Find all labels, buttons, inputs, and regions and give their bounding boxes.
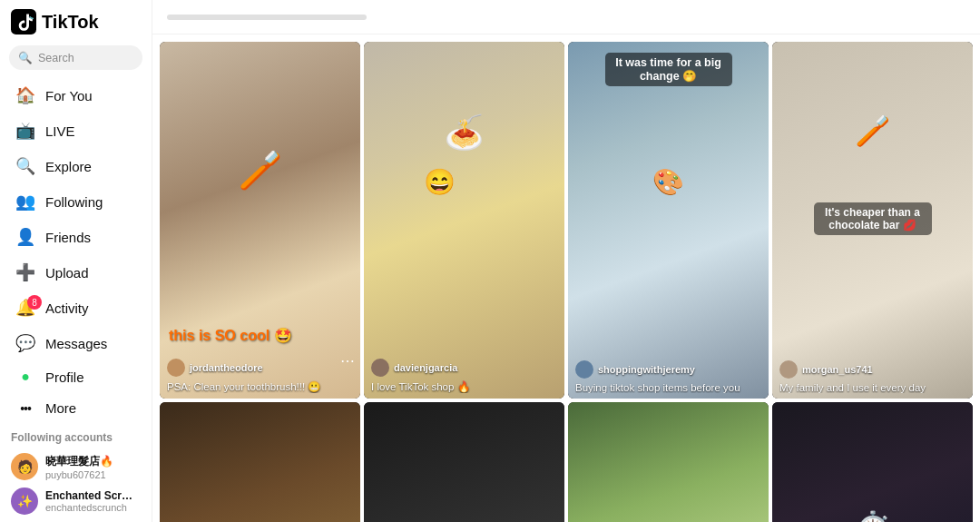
account-handle: enchantedscrunch (45, 502, 136, 513)
video-card[interactable]: 🍝 😄 davienjgarcia I love TikTok shop 🔥 (364, 42, 564, 399)
nav-item-profile[interactable]: ● Profile (4, 361, 148, 392)
nav-label-messages: Messages (45, 336, 107, 351)
following-icon: 👥 (15, 192, 36, 212)
video-caption: PSA: Clean your toothbrush!!! 😬 (167, 380, 353, 393)
video-overlay: davienjgarcia I love TikTok shop 🔥 (364, 42, 564, 399)
feed-header (152, 0, 980, 34)
author-name: jordantheodore (190, 362, 263, 373)
video-thumbnail: 🍳 (160, 402, 360, 522)
video-card[interactable]: 🪥 this is SO cool 🤩 jordantheodore PSA: … (160, 42, 360, 399)
nav-label-for-you: For You (45, 88, 93, 103)
nav-label-live: LIVE (45, 123, 75, 139)
upload-icon: ➕ (15, 262, 36, 282)
search-placeholder: Search (38, 52, 74, 64)
list-item[interactable]: ⭐ 范冰冰 Fan Bingb... fanbingbing916 (11, 518, 141, 522)
author-row: morgan_us741 (779, 360, 965, 379)
feed-header-bar (167, 15, 367, 20)
explore-icon: 🔍 (15, 156, 36, 176)
video-bottom: davienjgarcia I love TikTok shop 🔥 (371, 359, 557, 393)
account-name: Enchanted Scrun... (45, 489, 136, 502)
list-item[interactable]: 🧑 晓華理髮店🔥 puybu607621 (11, 449, 141, 484)
video-overlay: shoppingwithjeremy Buying tiktok shop it… (568, 42, 769, 399)
search-icon: 🔍 (18, 51, 33, 64)
sidebar: TikTok 🔍 Search 🏠 For You 📺 LIVE 🔍 Explo… (0, 0, 152, 522)
more-icon: ••• (15, 401, 36, 416)
search-bar[interactable]: 🔍 Search (9, 45, 142, 70)
author-row: davienjgarcia (371, 359, 557, 377)
tiktok-logo-icon (11, 9, 36, 34)
video-caption: Buying tiktok shop items before you (575, 382, 761, 393)
home-icon: 🏠 (15, 85, 36, 105)
nav-item-explore[interactable]: 🔍 Explore (4, 149, 148, 183)
friends-icon: 👤 (15, 227, 36, 247)
nav-label-more: More (45, 400, 76, 416)
logo-area[interactable]: TikTok (0, 0, 152, 42)
nav-list: 🏠 For You 📺 LIVE 🔍 Explore 👥 Following 👤… (0, 77, 152, 424)
video-thumbnail: ⏱️ Get app (772, 402, 973, 522)
video-overlay: jordantheodore PSA: Clean your toothbrus… (160, 42, 360, 399)
author-name: shoppingwithjeremy (598, 364, 695, 375)
avatar (167, 359, 185, 377)
video-grid: 🪥 this is SO cool 🤩 jordantheodore PSA: … (152, 34, 980, 522)
nav-item-activity[interactable]: 🔔 8 Activity (4, 291, 148, 325)
account-handle: puybu607621 (45, 469, 113, 480)
main-feed: 🪥 this is SO cool 🤩 jordantheodore PSA: … (152, 0, 980, 522)
video-thumbnail: 📱 CHEAP apple carplay!? (364, 402, 564, 522)
activity-badge: 8 (27, 295, 42, 310)
video-bottom: morgan_us741 My family and I use it ever… (779, 360, 965, 393)
video-bottom: jordantheodore PSA: Clean your toothbrus… (167, 359, 353, 393)
nav-item-live[interactable]: 📺 LIVE (4, 113, 148, 148)
following-accounts-title: Following accounts (11, 431, 141, 444)
avatar (371, 359, 389, 377)
author-name: morgan_us741 (802, 364, 873, 375)
list-item[interactable]: ✨ Enchanted Scrun... enchantedscrunch (11, 484, 141, 518)
nav-item-following[interactable]: 👥 Following (4, 184, 148, 219)
author-name: davienjgarcia (394, 362, 457, 373)
nav-item-messages[interactable]: 💬 Messages (4, 326, 148, 360)
author-row: jordantheodore (167, 359, 353, 377)
video-card[interactable]: 📱 CHEAP apple carplay!? (364, 402, 564, 522)
video-caption: I love TikTok shop 🔥 (371, 380, 557, 393)
video-card[interactable]: ⏱️ Get app (772, 402, 973, 522)
messages-icon: 💬 (15, 333, 36, 353)
avatar (779, 360, 798, 379)
nav-label-activity: Activity (45, 300, 89, 316)
nav-label-friends: Friends (45, 230, 91, 245)
video-thumbnail: 🎨 It was time for a big change 🤭 shoppin… (568, 42, 769, 399)
nav-label-upload: Upload (45, 265, 89, 281)
nav-label-following: Following (45, 194, 103, 210)
avatar (575, 360, 593, 379)
video-card[interactable]: 💻 (568, 402, 769, 522)
nav-item-more[interactable]: ••• More (4, 393, 148, 423)
nav-item-for-you[interactable]: 🏠 For You (4, 78, 148, 113)
avatar: 🧑 (11, 453, 38, 480)
nav-label-profile: Profile (45, 369, 84, 385)
nav-item-friends[interactable]: 👤 Friends (4, 220, 148, 254)
more-options-button[interactable]: ⋯ (340, 352, 355, 369)
live-icon: 📺 (15, 121, 36, 141)
author-row: shoppingwithjeremy (575, 360, 761, 379)
video-thumbnail: 🍝 😄 davienjgarcia I love TikTok shop 🔥 (364, 42, 564, 399)
video-bottom: shoppingwithjeremy Buying tiktok shop it… (575, 360, 761, 393)
nav-label-explore: Explore (45, 159, 92, 174)
profile-icon: ● (15, 369, 36, 385)
video-caption: My family and I use it every day (779, 382, 965, 393)
nav-item-upload[interactable]: ➕ Upload (4, 255, 148, 290)
video-thumbnail: 🪥 It's cheaper than a chocolate bar 💋 mo… (772, 42, 973, 399)
video-card[interactable]: 🪥 It's cheaper than a chocolate bar 💋 mo… (772, 42, 973, 399)
app-title: TikTok (42, 12, 99, 33)
video-card[interactable]: 🍳 (160, 402, 360, 522)
video-card[interactable]: 🎨 It was time for a big change 🤭 shoppin… (568, 42, 769, 399)
account-name: 晓華理髮店🔥 (45, 454, 113, 469)
avatar: ✨ (11, 488, 38, 515)
video-thumbnail: 💻 (568, 402, 769, 522)
video-overlay: morgan_us741 My family and I use it ever… (772, 42, 973, 399)
video-thumbnail: 🪥 this is SO cool 🤩 jordantheodore PSA: … (160, 42, 360, 399)
following-accounts-section: Following accounts 🧑 晓華理髮店🔥 puybu607621 … (0, 424, 152, 522)
